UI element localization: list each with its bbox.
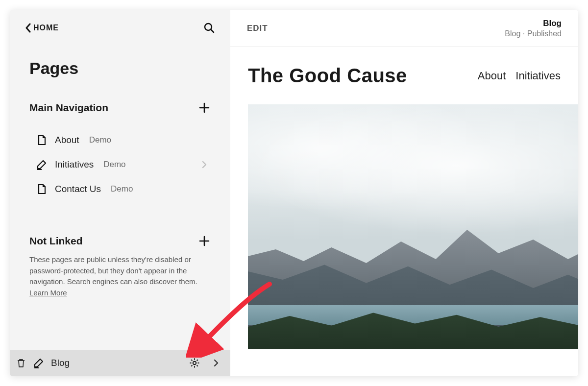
nav-item-label: About — [55, 135, 79, 145]
chevron-right-icon — [202, 161, 207, 169]
add-main-nav-button[interactable] — [198, 101, 211, 114]
plus-icon — [199, 236, 210, 246]
page-status-subtitle: Blog · Published — [505, 29, 562, 38]
nav-item-tag: Demo — [89, 135, 111, 145]
site-title: The Good Cause — [248, 65, 407, 87]
svg-line-12 — [197, 360, 198, 361]
not-linked-item-blog[interactable]: Blog — [10, 350, 230, 376]
site-header: The Good Cause About Initiatives — [230, 47, 578, 104]
preview-toolbar: EDIT Blog Blog · Published — [230, 10, 578, 47]
pen-icon[interactable] — [33, 358, 44, 368]
home-label: HOME — [33, 24, 59, 32]
not-linked-title: Not Linked — [29, 235, 83, 247]
main-navigation-section: Main Navigation About Demo — [10, 88, 230, 201]
edit-button[interactable]: EDIT — [247, 24, 268, 33]
svg-line-11 — [191, 365, 192, 366]
preview-pane: EDIT Blog Blog · Published The Good Caus… — [230, 10, 578, 376]
pages-title: Pages — [10, 34, 230, 88]
nav-item-label: Contact Us — [55, 184, 101, 194]
not-linked-description-text: These pages are public unless they're di… — [29, 255, 197, 286]
home-button[interactable]: HOME — [24, 23, 59, 33]
page-status: Blog Blog · Published — [505, 19, 562, 38]
svg-line-9 — [191, 360, 192, 361]
not-linked-description: These pages are public unless they're di… — [29, 254, 211, 298]
nav-item-about[interactable]: About Demo — [29, 128, 211, 152]
nav-item-contact-us[interactable]: Contact Us Demo — [29, 177, 211, 201]
trash-icon[interactable] — [16, 358, 26, 368]
main-navigation-list: About Demo Initiatives Demo — [29, 128, 211, 201]
svg-point-4 — [193, 362, 196, 364]
svg-line-1 — [211, 30, 214, 33]
settings-gear-icon[interactable] — [189, 358, 200, 368]
site-nav: About Initiatives — [478, 70, 561, 82]
not-linked-section: Not Linked These pages are public unless… — [10, 221, 230, 298]
svg-line-10 — [197, 365, 198, 366]
nav-item-tag: Demo — [103, 160, 125, 169]
page-icon — [36, 184, 47, 194]
chevron-left-icon — [24, 23, 31, 33]
page-status-title: Blog — [505, 19, 562, 28]
search-button[interactable] — [203, 22, 216, 34]
page-icon — [36, 135, 47, 145]
main-navigation-title: Main Navigation — [29, 102, 108, 114]
site-nav-link-about[interactable]: About — [478, 70, 506, 82]
selected-item-label: Blog — [51, 358, 70, 368]
nav-item-label: Initiatives — [55, 159, 94, 170]
pen-icon — [36, 159, 47, 170]
sidebar: HOME Pages Main Navigation — [10, 10, 230, 376]
chevron-right-icon[interactable] — [211, 358, 221, 368]
nav-item-tag: Demo — [111, 184, 133, 194]
site-nav-link-initiatives[interactable]: Initiatives — [515, 70, 561, 82]
learn-more-link[interactable]: Learn More — [29, 289, 67, 297]
plus-icon — [199, 102, 210, 113]
search-icon — [203, 22, 215, 34]
add-not-linked-button[interactable] — [198, 235, 211, 247]
hero-image — [248, 104, 578, 349]
nav-item-initiatives[interactable]: Initiatives Demo — [29, 152, 211, 177]
